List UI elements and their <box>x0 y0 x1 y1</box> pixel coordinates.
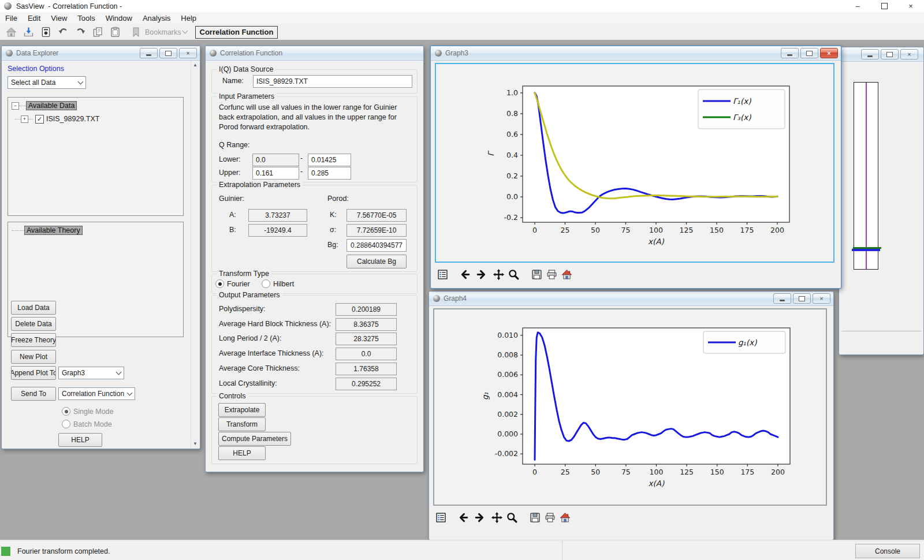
dataset-checkbox[interactable] <box>35 115 44 124</box>
bookmarks-dropdown[interactable]: Bookmarks <box>128 25 187 39</box>
long-period-field[interactable]: 28.3275 <box>336 333 397 345</box>
send-to-button[interactable]: Send To <box>11 387 56 401</box>
expand-icon[interactable]: + <box>21 115 28 123</box>
plot-options-icon[interactable] <box>435 267 450 281</box>
hilbert-radio[interactable]: Hilbert <box>262 279 294 288</box>
back-icon[interactable] <box>458 267 473 281</box>
pan-icon[interactable] <box>489 510 504 524</box>
app-minimize-button[interactable]: – <box>844 0 871 12</box>
save-icon[interactable] <box>527 510 542 524</box>
hard-block-thickness-field[interactable]: 8.36375 <box>336 318 397 331</box>
data-explorer-window[interactable]: Data Explorer × Selection Options Select… <box>1 46 200 449</box>
data-explorer-titlebar[interactable]: Data Explorer × <box>2 46 200 61</box>
delete-data-button[interactable]: Delete Data <box>11 317 56 331</box>
reset-home-icon[interactable] <box>557 510 572 524</box>
q-upper-max-field[interactable]: 0.285 <box>308 167 351 180</box>
forward-icon[interactable] <box>473 267 488 281</box>
copy-icon[interactable] <box>90 25 105 39</box>
background-graph-window[interactable]: × <box>839 47 924 355</box>
zoom-icon[interactable] <box>504 510 519 524</box>
guinier-a-field[interactable]: 3.73237 <box>248 209 307 222</box>
porod-sigma-field[interactable]: 7.72659E-10 <box>346 224 407 237</box>
polydispersity-field[interactable]: 0.200189 <box>336 303 397 316</box>
local-crystallinity-field[interactable]: 0.295252 <box>336 378 397 390</box>
tree-root-available-data[interactable]: Available Data <box>26 101 77 110</box>
maximize-button[interactable] <box>800 48 818 58</box>
graph4-titlebar[interactable]: Graph4 × <box>429 292 833 306</box>
fourier-radio[interactable]: Fourier <box>215 279 250 288</box>
append-plot-button[interactable]: Append Plot To <box>11 366 56 380</box>
batch-mode-radio[interactable]: Batch Mode <box>62 420 112 428</box>
menu-edit[interactable]: Edit <box>23 14 46 23</box>
maximize-button[interactable] <box>793 293 811 304</box>
maximize-button[interactable] <box>159 48 177 58</box>
menu-window[interactable]: Window <box>100 14 137 23</box>
home-icon[interactable] <box>3 25 18 39</box>
graph4-window[interactable]: Graph4 × 02550751001251501752000.0100.00… <box>429 291 834 540</box>
calculate-bg-button[interactable]: Calculate Bg <box>346 255 407 268</box>
available-data-tree[interactable]: − Available Data + ISIS_98929.TXT <box>8 97 184 216</box>
minimize-button[interactable] <box>861 49 879 59</box>
maximize-button[interactable] <box>881 49 899 59</box>
correlation-function-window[interactable]: Correlation Function I(Q) Data Source Na… <box>205 46 424 472</box>
new-plot-button[interactable]: New Plot <box>11 350 56 364</box>
q-lower-max-field[interactable]: 0.01425 <box>308 154 351 166</box>
q-lower-min-field[interactable]: 0.0 <box>252 154 299 166</box>
zoom-icon[interactable] <box>506 267 521 281</box>
corfunc-titlebar[interactable]: Correlation Function <box>206 46 423 61</box>
append-plot-combobox[interactable]: Graph3 <box>58 367 124 379</box>
dataset-label[interactable]: ISIS_98929.TXT <box>46 115 99 123</box>
vertical-scrollbar[interactable]: ▲▼ <box>191 61 199 448</box>
guinier-b-field[interactable]: -19249.4 <box>248 224 307 237</box>
reset-home-icon[interactable] <box>559 267 574 281</box>
background-field[interactable]: 0.288640394577 <box>346 239 407 252</box>
minimize-button[interactable] <box>773 293 791 304</box>
collapse-icon[interactable]: − <box>12 102 19 110</box>
console-button[interactable]: Console <box>855 544 920 558</box>
close-button[interactable]: × <box>813 293 830 304</box>
load-data-icon[interactable] <box>21 25 36 39</box>
menu-analysis[interactable]: Analysis <box>137 14 176 23</box>
tree-root-available-theory[interactable]: Available Theory <box>24 226 83 235</box>
undo-icon[interactable] <box>55 25 70 39</box>
data-name-field[interactable]: ISIS_98929.TXT <box>253 75 412 88</box>
menu-tools[interactable]: Tools <box>72 14 100 23</box>
menu-file[interactable]: File <box>0 14 23 23</box>
close-button[interactable]: × <box>900 49 918 59</box>
back-icon[interactable] <box>456 510 471 524</box>
redo-icon[interactable] <box>73 25 88 39</box>
report-icon[interactable] <box>38 25 53 39</box>
print-icon[interactable] <box>542 510 557 524</box>
extrapolate-button[interactable]: Extrapolate <box>218 403 266 417</box>
interface-thickness-field[interactable]: 0.0 <box>336 348 397 360</box>
paste-icon[interactable] <box>107 25 122 39</box>
close-button[interactable]: × <box>179 48 197 58</box>
minimize-button[interactable] <box>781 48 799 58</box>
core-thickness-field[interactable]: 1.76358 <box>336 363 397 375</box>
corfunc-help-button[interactable]: HELP <box>218 446 266 460</box>
app-restore-button[interactable] <box>871 0 897 12</box>
graph3-titlebar[interactable]: Graph3 × <box>431 46 841 61</box>
menu-view[interactable]: View <box>46 14 72 23</box>
selection-mode-combobox[interactable]: Select all Data <box>8 76 86 89</box>
explorer-help-button[interactable]: HELP <box>58 433 102 447</box>
graph3-window[interactable]: Graph3 × 02550751001251501752001.00.80.6… <box>430 46 841 289</box>
minimize-button[interactable] <box>140 48 158 58</box>
plot-options-icon[interactable] <box>433 510 448 524</box>
send-to-combobox[interactable]: Correlation Function <box>58 387 135 400</box>
compute-parameters-button[interactable]: Compute Parameters <box>218 432 291 446</box>
svg-text:0.8: 0.8 <box>506 109 518 118</box>
q-upper-min-field[interactable]: 0.161 <box>252 167 299 180</box>
app-close-button[interactable]: × <box>897 0 924 12</box>
freeze-theory-button[interactable]: Freeze Theory <box>11 333 56 347</box>
single-mode-radio[interactable]: Single Mode <box>62 407 114 416</box>
save-icon[interactable] <box>529 267 544 281</box>
pan-icon[interactable] <box>491 267 506 281</box>
menu-help[interactable]: Help <box>176 14 202 23</box>
porod-k-field[interactable]: 7.56770E-05 <box>346 209 407 222</box>
forward-icon[interactable] <box>471 510 486 524</box>
print-icon[interactable] <box>544 267 559 281</box>
transform-button[interactable]: Transform <box>218 417 266 431</box>
close-button[interactable]: × <box>820 48 838 58</box>
load-data-button[interactable]: Load Data <box>11 301 56 315</box>
